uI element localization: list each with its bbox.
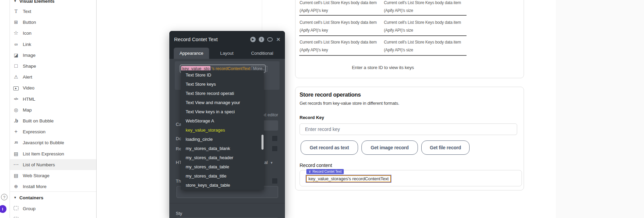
canvas-outside-page [556, 0, 644, 218]
sidebar-item-button[interactable]: ⊞ Button [10, 17, 96, 28]
do-checkbox[interactable] [272, 135, 278, 141]
dropdown-option[interactable]: loading_circle [181, 135, 264, 144]
tab-appearance[interactable]: Appearance [174, 48, 209, 59]
record-key-label: Record Key [300, 115, 324, 120]
sidebar-item-web-storage[interactable]: ▤ Web Storage [10, 170, 96, 181]
table-cell-key[interactable]: Current cell's List Store Keys body data… [300, 0, 385, 15]
js-icon: JS [13, 141, 19, 144]
item-label: Alert [23, 74, 32, 80]
dropdown-option[interactable]: WebStorage A [181, 116, 264, 125]
sidebar-item-repeating-group[interactable]: Repeating Group [10, 214, 96, 218]
item-label: List of Numbers [23, 162, 55, 167]
plus-icon: + [13, 129, 19, 134]
text-icon: T [13, 9, 19, 14]
dropdown-option-highlighted[interactable]: key_value_storages [181, 125, 264, 135]
link-icon: ∞ [13, 42, 19, 47]
item-label: Built on Bubble [23, 118, 54, 123]
panel-divider [169, 203, 285, 203]
item-label: Install More [23, 184, 47, 189]
chevron-down-icon[interactable]: ▾ [271, 161, 273, 165]
autocomplete-dropdown: Text Store ID Text Store keys Text Store… [181, 70, 264, 190]
item-label: Icon [23, 31, 32, 36]
text-element-icon: T [309, 170, 311, 173]
sidebar-item-built-on-bubble[interactable]: .b Built on Bubble [10, 115, 96, 126]
table-cell-size[interactable]: Current cell's List Store Keys body data… [384, 19, 470, 34]
re-checkbox[interactable] [272, 146, 278, 152]
dropdown-option[interactable]: Text View and manage your [181, 98, 264, 107]
item-label: Link [23, 42, 31, 47]
panel-title: Record Contet Text [174, 36, 247, 42]
item-label: Group [23, 206, 36, 211]
dropdown-option[interactable]: my_stores_data_blank [181, 144, 264, 153]
sidebar-item-video[interactable]: ▶ Video [10, 82, 96, 93]
table-cell-size[interactable]: Current cell's List Store Keys body data… [384, 38, 470, 54]
sidebar-item-map[interactable]: ◎ Map [10, 104, 96, 115]
get-record-as-text-button[interactable]: Get record as text [301, 140, 358, 155]
help-icon[interactable]: ? [1, 194, 7, 200]
th-checkbox[interactable] [272, 178, 278, 184]
selected-element-tag: T Record Contet Text [306, 169, 344, 174]
sidebar-item-javascript-to-bubble[interactable]: JS Javascript to Bubble [10, 137, 96, 148]
section-subtitle: Get records from key-value store in diff… [300, 101, 399, 106]
th-label-partial: Th [176, 179, 181, 184]
containers-header[interactable]: ▼ Containers [10, 192, 96, 203]
sidebar-item-expression[interactable]: + Expression [10, 126, 96, 137]
tab-conditional[interactable]: Conditional [244, 48, 280, 59]
collapse-caret-icon: ▼ [14, 0, 17, 3]
bubble-editor: Current cell's List Store Keys body data… [0, 0, 644, 218]
table-cell-key[interactable]: Current cell's List Store Keys body data… [300, 38, 385, 54]
preview-play-icon[interactable]: ▶ [250, 37, 256, 42]
get-image-record-button[interactable]: Get image record [361, 140, 418, 155]
sidebar-item-html[interactable]: </> HTML [10, 94, 96, 104]
item-label: Text [23, 9, 31, 14]
tab-layout[interactable]: Layout [209, 48, 244, 59]
dropdown-option[interactable]: my_stores_data_title [181, 171, 264, 181]
sidebar-item-image[interactable]: ◪ Image [10, 50, 96, 61]
store-record-operations-card: Store record operations Get records from… [295, 87, 524, 190]
table-cell-size[interactable]: Current cell's List Store Keys body data… [384, 0, 470, 15]
sidebar-item-install-more[interactable]: ⊕ Install More [10, 181, 96, 192]
sidebar-item-group[interactable]: Group [10, 203, 96, 214]
dropdown-option[interactable]: store_keys_data_table [181, 181, 264, 190]
clipboard-icon: ▤ [13, 151, 19, 156]
sidebar-item-list-item-expression[interactable]: ▤ List Item Expression [10, 148, 96, 159]
dropdown-option[interactable]: Text Store record operati [181, 89, 264, 98]
table-cell-key[interactable]: Current cell's List Store Keys body data… [300, 19, 385, 34]
intercom-badge[interactable]: I [0, 205, 6, 213]
scrollbar-thumb[interactable] [261, 135, 264, 150]
dropdown-option[interactable]: Text Store ID [181, 70, 264, 80]
store-id-hint: Enter a store ID to view its keys [299, 65, 467, 70]
sidebar-item-link[interactable]: ∞ Link [10, 39, 96, 50]
dropdown-option[interactable]: Text Store keys [181, 80, 264, 89]
property-editor-header[interactable]: Record Contet Text ▶ i × [169, 31, 285, 48]
section-title: Store record operations [300, 91, 361, 98]
dropdown-option[interactable]: my_stores_data_table [181, 162, 264, 171]
item-label: Javascript to Bubble [23, 140, 64, 145]
section-label: Visual Elements [19, 0, 54, 4]
operations-button-row: Get record as text Get image record Get … [301, 140, 470, 155]
collapse-caret-icon: ▼ [14, 196, 17, 199]
dropdown-option[interactable]: my_stores_data_header [181, 153, 264, 162]
item-label: HTML [23, 97, 35, 102]
dropdown-option[interactable]: Text View keys in a speci [181, 107, 264, 116]
button-icon: ⊞ [13, 20, 19, 24]
info-icon[interactable]: i [259, 37, 264, 42]
sidebar-item-text[interactable]: T Text [10, 6, 96, 17]
sidebar-item-icon[interactable]: ☆ Icon [10, 28, 96, 38]
rich-text-editor-link-partial[interactable]: xt editor [263, 113, 278, 117]
sidebar-item-list-of-numbers[interactable]: ⋯ List of Numbers [10, 159, 96, 170]
sidebar-item-shape[interactable]: □ Shape [10, 61, 96, 71]
close-icon[interactable]: × [276, 36, 280, 43]
install-plus-icon: ⊕ [13, 184, 19, 189]
item-label: Button [23, 20, 36, 25]
map-pin-icon: ◎ [13, 107, 19, 112]
storage-icon: ▤ [13, 173, 19, 178]
get-file-record-button[interactable]: Get file record [421, 140, 470, 155]
select-value-partial[interactable]: al [264, 160, 268, 165]
item-label: Shape [23, 64, 36, 69]
selected-text-element[interactable]: key_value_storages's recordContentText [306, 175, 391, 183]
record-key-input[interactable] [300, 123, 517, 135]
sidebar-item-alert[interactable]: ⚠ Alert [10, 71, 96, 82]
row-separator [299, 55, 467, 56]
comment-icon[interactable] [267, 37, 273, 41]
